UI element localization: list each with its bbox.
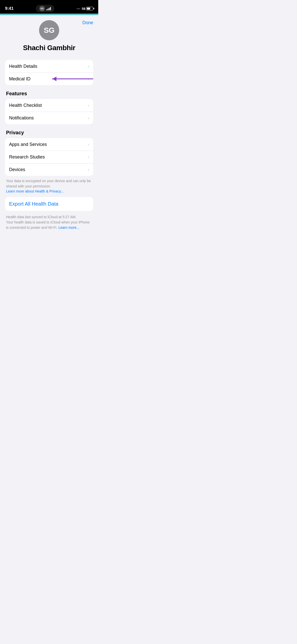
export-health-data-button[interactable]: Export All Health Data [9, 201, 58, 207]
sync-line3: is connected to power and Wi-Fi. [6, 226, 57, 230]
privacy-section-title: Privacy [5, 130, 93, 136]
privacy-section: Privacy Apps and Services › Research Stu… [5, 130, 93, 194]
export-card: Export All Health Data [5, 197, 93, 211]
medical-id-arrow-annotation [45, 74, 93, 83]
health-checklist-label: Health Checklist [9, 103, 42, 108]
battery-percent: 58 [82, 7, 85, 11]
features-list: Health Checklist › Notifications › [5, 99, 93, 124]
svg-marker-1 [52, 77, 56, 81]
apps-and-services-label: Apps and Services [9, 142, 47, 147]
apps-and-services-chevron: › [88, 142, 89, 147]
privacy-list: Apps and Services › Research Studies › D… [5, 138, 93, 176]
sync-text: Health data last synced to iCloud at 5:2… [6, 214, 92, 230]
battery-icon [86, 7, 93, 10]
devices-item[interactable]: Devices › [5, 163, 93, 176]
status-right: ···· 58 [77, 7, 93, 11]
health-details-label: Health Details [9, 64, 37, 69]
sync-line1: Health data last synced to iCloud at 5:2… [6, 215, 76, 219]
avatar: SG [39, 20, 59, 40]
profile-section: Health Details › Medical ID › [5, 60, 93, 85]
notifications-item[interactable]: Notifications › [5, 112, 93, 124]
features-section-title: Features [5, 91, 93, 96]
medical-id-label: Medical ID [9, 76, 30, 82]
research-studies-label: Research Studies [9, 154, 45, 160]
apps-and-services-item[interactable]: Apps and Services › [5, 138, 93, 151]
features-section: Features Health Checklist › Notification… [5, 91, 93, 124]
time-display: 9:41 [5, 6, 14, 11]
research-studies-item[interactable]: Research Studies › [5, 151, 93, 163]
notifications-chevron: › [88, 115, 89, 121]
profile-list: Health Details › Medical ID › [5, 60, 93, 85]
signal-dots: ···· [77, 7, 80, 11]
export-section: Export All Health Data [5, 197, 93, 211]
health-details-chevron: › [88, 64, 89, 69]
medical-id-item[interactable]: Medical ID › [5, 73, 93, 85]
privacy-learn-more-link[interactable]: Learn more about Health & Privacy... [6, 189, 64, 193]
profile-header: Done SG Shachi Gambhir [5, 15, 93, 54]
devices-chevron: › [88, 167, 89, 172]
dynamic-island: SG [36, 5, 54, 12]
done-button[interactable]: Done [82, 20, 93, 25]
sync-learn-more-link[interactable]: Learn more... [58, 226, 79, 230]
research-studies-chevron: › [88, 154, 89, 160]
sync-line2: Your health data is saved to iCloud when… [6, 220, 90, 224]
battery: 58 [82, 7, 93, 11]
medical-id-chevron: › [88, 76, 89, 82]
user-name: Shachi Gambhir [23, 44, 75, 52]
main-content: Done SG Shachi Gambhir Health Details › … [0, 15, 98, 238]
privacy-desc: Your data is encrypted on your device an… [6, 178, 92, 189]
privacy-footer: Your data is encrypted on your device an… [5, 178, 93, 194]
health-checklist-chevron: › [88, 103, 89, 108]
avatar-initials: SG [44, 26, 54, 35]
devices-label: Devices [9, 167, 25, 172]
notifications-label: Notifications [9, 115, 34, 121]
dynamic-island-avatar: SG [39, 6, 45, 11]
status-bar: 9:41 SG ···· 58 [0, 0, 98, 14]
signal-bars [46, 7, 51, 10]
health-checklist-item[interactable]: Health Checklist › [5, 99, 93, 112]
sync-footer: Health data last synced to iCloud at 5:2… [5, 214, 93, 230]
purple-arrow-svg [45, 74, 93, 83]
health-details-item[interactable]: Health Details › [5, 60, 93, 73]
